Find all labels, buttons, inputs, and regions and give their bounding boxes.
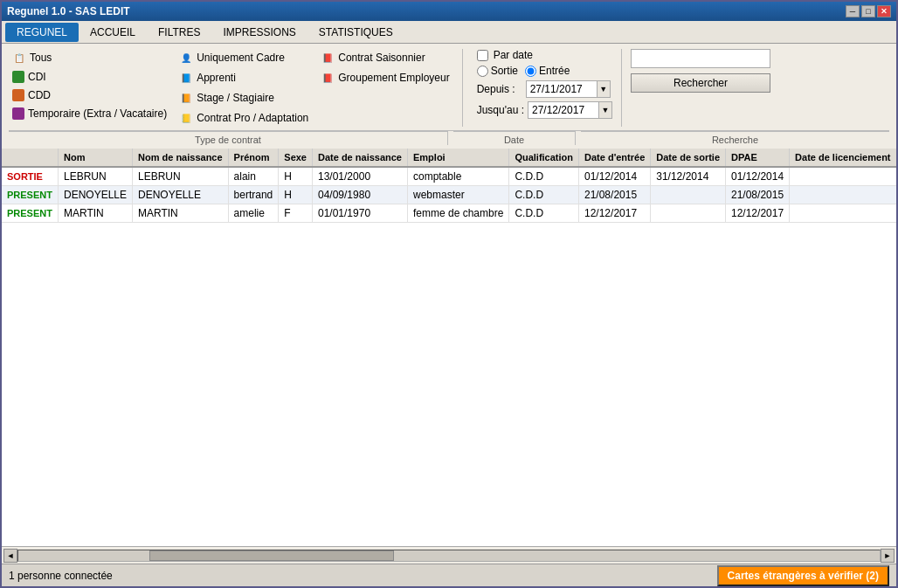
contract-stage[interactable]: 📙 Stage / Stagiaire (176, 89, 312, 107)
tab-accueil[interactable]: ACCUEIL (79, 23, 147, 42)
col-header-qualification: Qualification (509, 149, 579, 167)
scroll-right-btn[interactable]: ► (881, 549, 895, 563)
depuis-input[interactable] (526, 80, 598, 98)
table-header-row: Nom Nom de naissance Prénom Sexe Date de… (2, 149, 896, 167)
cell-emploi: femme de chambre (408, 204, 509, 223)
groupement-label: Groupement Employeur (338, 72, 449, 84)
cell-nom: LEBRUN (58, 167, 132, 186)
recherche-section: Rechercher (622, 49, 779, 127)
par-date-label: Par date (494, 49, 533, 61)
contract-tous[interactable]: 📋 Tous (9, 49, 170, 66)
cell-date-sortie (651, 186, 726, 204)
jusquau-dropdown-btn[interactable]: ▼ (598, 101, 612, 119)
scrollbar-thumb[interactable] (149, 550, 394, 561)
col-header-dpae: DPAE (726, 149, 790, 167)
close-button[interactable]: ✕ (877, 5, 891, 17)
alert-button[interactable]: Cartes étrangères à vérifier (2) (717, 565, 889, 586)
tab-impressions[interactable]: IMPRESSIONS (211, 23, 307, 42)
col-header-sexe: Sexe (279, 149, 313, 167)
main-content[interactable]: Nom Nom de naissance Prénom Sexe Date de… (2, 149, 896, 546)
cell-nom-naissance: LEBRUN (133, 167, 229, 186)
sortie-label: Sortie (491, 65, 518, 77)
cell-date-licenciement (790, 204, 896, 223)
contrat-pro-icon: 📒 (179, 111, 193, 125)
cell-status: PRESENT (2, 204, 58, 223)
depuis-dropdown-btn[interactable]: ▼ (597, 80, 611, 98)
sortie-radio-item[interactable]: Sortie (477, 65, 518, 77)
cell-nom: DENOYELLE (58, 186, 132, 204)
date-section-label: Date (453, 131, 576, 145)
section-labels-row: Type de contrat Date Recherche (9, 130, 889, 149)
rechercher-button[interactable]: Rechercher (631, 73, 770, 93)
cell-sexe: H (279, 167, 313, 186)
cell-nom-naissance: MARTIN (133, 204, 229, 223)
par-date-checkbox[interactable] (477, 50, 488, 61)
depuis-field-container: ▼ (526, 80, 611, 98)
saisonnier-icon: 📕 (321, 51, 335, 65)
cell-prenom: amelie (228, 204, 279, 223)
cell-date-naissance: 04/09/1980 (313, 186, 408, 204)
horizontal-scrollbar[interactable]: ◄ ► (2, 546, 896, 564)
window-title: Regunel 1.0 - SAS LEDIT (7, 5, 130, 17)
contract-types-section: 📋 Tous CDI CDD Temporaire (Extra / Vacat… (9, 49, 463, 127)
contract-groupement[interactable]: 📕 Groupement Employeur (317, 69, 452, 86)
date-depuis-row: Depuis : ▼ (477, 80, 612, 98)
contract-contrat-pro[interactable]: 📒 Contrat Pro / Adaptation (176, 109, 312, 127)
tous-label: Tous (30, 52, 52, 64)
table-row[interactable]: SORTIE LEBRUN LEBRUN alain H 13/01/2000 … (2, 167, 896, 186)
cell-status: PRESENT (2, 186, 58, 204)
contract-cadre[interactable]: 👤 Uniquement Cadre (176, 49, 312, 66)
groupement-icon: 📕 (321, 71, 335, 85)
minimize-button[interactable]: ─ (846, 5, 860, 17)
tab-statistiques[interactable]: STATISTIQUES (307, 23, 404, 42)
menu-bar: REGUNEL ACCUEIL FILTRES IMPRESSIONS STAT… (2, 21, 896, 44)
contract-cdd[interactable]: CDD (9, 87, 170, 103)
contract-saisonnier[interactable]: 📕 Contrat Saisonnier (317, 49, 452, 66)
contract-col1: 📋 Tous CDI CDD Temporaire (Extra / Vacat… (9, 49, 170, 127)
table-row[interactable]: PRESENT MARTIN MARTIN amelie F 01/01/197… (2, 204, 896, 223)
sortie-radio[interactable] (477, 66, 488, 77)
depuis-label: Depuis : (477, 83, 522, 95)
contrat-pro-label: Contrat Pro / Adaptation (197, 112, 308, 124)
saisonnier-label: Contrat Saisonnier (338, 52, 425, 64)
col-header-status (2, 149, 58, 167)
date-filter-section: Par date Sortie Entrée Depuis : (468, 49, 622, 127)
title-bar-controls: ─ □ ✕ (846, 5, 891, 17)
title-bar: Regunel 1.0 - SAS LEDIT ─ □ ✕ (2, 2, 896, 21)
stage-label: Stage / Stagiaire (197, 92, 274, 104)
scroll-left-btn[interactable]: ◄ (3, 549, 17, 563)
table-row[interactable]: PRESENT DENOYELLE DENOYELLE bertrand H 0… (2, 186, 896, 204)
cell-date-licenciement (790, 167, 896, 186)
recherche-input[interactable] (631, 49, 770, 68)
cell-status: SORTIE (2, 167, 58, 186)
toolbar: 📋 Tous CDI CDD Temporaire (Extra / Vacat… (2, 44, 896, 149)
col-header-date-naissance: Date de naissance (313, 149, 408, 167)
connected-status: 1 personne connectée (9, 570, 113, 582)
cell-nom: MARTIN (58, 204, 132, 223)
cell-qualification: C.D.D (509, 167, 579, 186)
entree-radio[interactable] (525, 66, 536, 77)
col-header-nom-naissance: Nom de naissance (133, 149, 229, 167)
scrollbar-track[interactable] (17, 550, 881, 562)
cadre-label: Uniquement Cadre (197, 52, 285, 64)
col-header-date-licenciement: Date de licenciement (790, 149, 896, 167)
cell-prenom: alain (228, 167, 279, 186)
jusquau-field-container: ▼ (528, 101, 612, 119)
maximize-button[interactable]: □ (861, 5, 875, 17)
temp-icon (12, 107, 24, 120)
contract-cdi[interactable]: CDI (9, 69, 170, 85)
cell-sexe: F (279, 204, 313, 223)
contract-temporaire[interactable]: Temporaire (Extra / Vacataire) (9, 106, 170, 121)
contract-apprenti[interactable]: 📘 Apprenti (176, 69, 312, 86)
cell-date-licenciement (790, 186, 896, 204)
apprenti-icon: 📘 (179, 71, 193, 85)
cell-qualification: C.D.D (509, 204, 579, 223)
cell-dpae: 21/08/2015 (726, 186, 790, 204)
entree-radio-item[interactable]: Entrée (525, 65, 570, 77)
jusquau-input[interactable] (528, 101, 599, 119)
tab-filtres[interactable]: FILTRES (147, 23, 211, 42)
cell-sexe: H (279, 186, 313, 204)
tous-icon: 📋 (12, 51, 26, 65)
tab-regunel[interactable]: REGUNEL (5, 23, 79, 42)
cell-date-naissance: 01/01/1970 (313, 204, 408, 223)
